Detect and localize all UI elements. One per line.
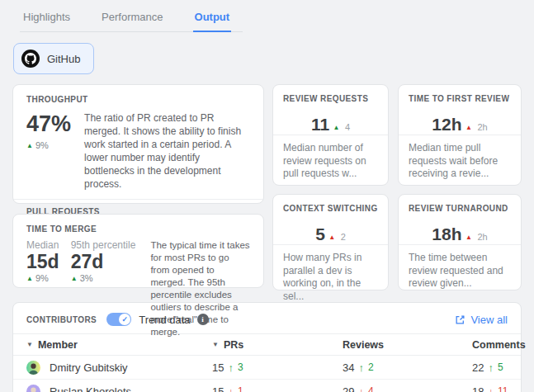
table-row[interactable]: Ruslan Khorolets 15 ↓ 1 29 ↓ 4 18 ↓ 11 <box>13 380 521 392</box>
metrics-area: THROUGHPUT 47% ▲ 9% The ratio of PR crea… <box>0 84 534 290</box>
trend-up-icon: ▲ <box>328 234 335 241</box>
arrow-up-icon: ↑ <box>358 361 364 374</box>
arrow-up-icon: ↑ <box>488 361 494 374</box>
info-icon[interactable]: i <box>197 314 209 325</box>
column-header-member[interactable]: ▼ Member <box>26 339 212 351</box>
throughput-value: 47% <box>26 112 71 137</box>
review-requests-description: Median number of review requests on pull… <box>273 135 388 181</box>
source-row: GitHub <box>13 43 534 74</box>
review-requests-delta: 4 <box>345 122 350 132</box>
tab-bar: Highlights Performance Output <box>0 0 534 32</box>
throughput-value-block: 47% ▲ 9% <box>26 112 71 191</box>
github-source-label: GitHub <box>47 53 80 65</box>
trend-data-toggle[interactable]: ✓ <box>106 313 131 326</box>
tab-highlights[interactable]: Highlights <box>21 9 72 32</box>
time-to-merge-title: TIME TO MERGE <box>26 224 250 234</box>
review-turnaround-description: The time between review requested and re… <box>399 244 521 290</box>
member-cell: Ruslan Khorolets <box>26 385 212 392</box>
sort-caret-icon: ▼ <box>26 341 33 348</box>
avatar <box>26 385 40 392</box>
toggle-check-icon: ✓ <box>119 314 130 325</box>
trend-up-icon: ▲ <box>26 275 33 282</box>
prs-cell: 15 ↑ 3 <box>212 361 343 374</box>
trend-up-icon: ▲ <box>26 142 33 149</box>
ttm-median-value: 15d <box>26 251 59 272</box>
time-to-first-review-description: Median time pull requests wait before re… <box>399 135 521 181</box>
comments-cell: 22 ↑ 5 <box>472 361 508 374</box>
throughput-card: THROUGHPUT 47% ▲ 9% The ratio of PR crea… <box>12 84 264 204</box>
throughput-title: THROUGHPUT <box>26 95 250 104</box>
arrow-down-icon: ↓ <box>358 385 364 392</box>
prs-cell: 15 ↓ 1 <box>212 385 343 392</box>
tab-output[interactable]: Output <box>193 9 232 32</box>
review-requests-value: 11 <box>311 115 329 134</box>
external-link-icon <box>455 314 465 325</box>
column-header-comments[interactable]: Comments <box>472 339 526 351</box>
column-header-prs[interactable]: ▼ PRs <box>212 339 343 351</box>
context-switching-value: 5 <box>315 224 325 243</box>
tab-performance[interactable]: Performance <box>100 9 164 32</box>
contributors-card: CONTRIBUTORS ✓ Trend data i View all ▼ M… <box>12 302 522 392</box>
member-name: Dmitry Gubitskiy <box>50 361 128 374</box>
time-to-first-review-delta: 2h <box>477 122 487 132</box>
arrow-down-icon: ↓ <box>228 385 234 392</box>
member-name: Ruslan Khorolets <box>50 385 131 392</box>
time-to-merge-card: TIME TO MERGE Median 15d ▲ 9% 95th perce… <box>12 214 264 288</box>
review-turnaround-title: REVIEW TURNAROUND <box>409 204 511 213</box>
review-turnaround-card: REVIEW TURNAROUND 18h ▲ 2h The time betw… <box>398 194 522 290</box>
arrow-down-icon: ↓ <box>488 385 494 392</box>
review-requests-title: REVIEW REQUESTS <box>283 94 378 103</box>
github-source-button[interactable]: GitHub <box>13 43 94 74</box>
trend-up-icon: ▲ <box>333 124 340 131</box>
contributors-title: CONTRIBUTORS <box>26 315 97 324</box>
github-octocat-icon <box>21 50 40 68</box>
throughput-delta: ▲ 9% <box>26 140 71 150</box>
review-requests-card: REVIEW REQUESTS 11 ▲ 4 Median number of … <box>272 84 389 186</box>
column-header-reviews[interactable]: Reviews <box>343 339 472 351</box>
time-to-first-review-value: 12h <box>432 115 461 134</box>
reviews-cell: 34 ↑ 2 <box>343 361 472 374</box>
comments-cell: 18 ↓ 11 <box>472 385 508 392</box>
time-to-first-review-title: TIME TO FIRST REVIEW <box>409 94 511 103</box>
trend-up-icon: ▲ <box>465 234 472 241</box>
throughput-description: The ratio of PR created to PR merged. It… <box>84 112 250 191</box>
context-switching-description: How many PRs in parallel a dev is workin… <box>273 244 388 303</box>
context-switching-delta: 2 <box>341 232 346 242</box>
arrow-up-icon: ↑ <box>228 361 234 374</box>
context-switching-card: CONTEXT SWITCHING 5 ▲ 2 How many PRs in … <box>272 194 389 290</box>
sort-caret-icon: ▼ <box>212 341 219 348</box>
ttm-p95-value: 27d <box>71 251 136 272</box>
view-all-link[interactable]: View all <box>455 314 508 326</box>
time-to-first-review-card: TIME TO FIRST REVIEW 12h ▲ 2h Median tim… <box>398 84 522 186</box>
trend-data-label: Trend data <box>139 314 190 326</box>
trend-up-icon: ▲ <box>465 124 472 131</box>
review-turnaround-value: 18h <box>432 224 461 243</box>
member-cell: Dmitry Gubitskiy <box>26 361 212 375</box>
context-switching-title: CONTEXT SWITCHING <box>283 204 378 213</box>
reviews-cell: 29 ↓ 4 <box>343 385 472 392</box>
avatar <box>26 361 40 375</box>
trend-up-icon: ▲ <box>71 275 78 282</box>
table-row[interactable]: Dmitry Gubitskiy 15 ↑ 3 34 ↑ 2 22 ↑ 5 <box>13 356 521 380</box>
review-turnaround-delta: 2h <box>477 232 487 242</box>
